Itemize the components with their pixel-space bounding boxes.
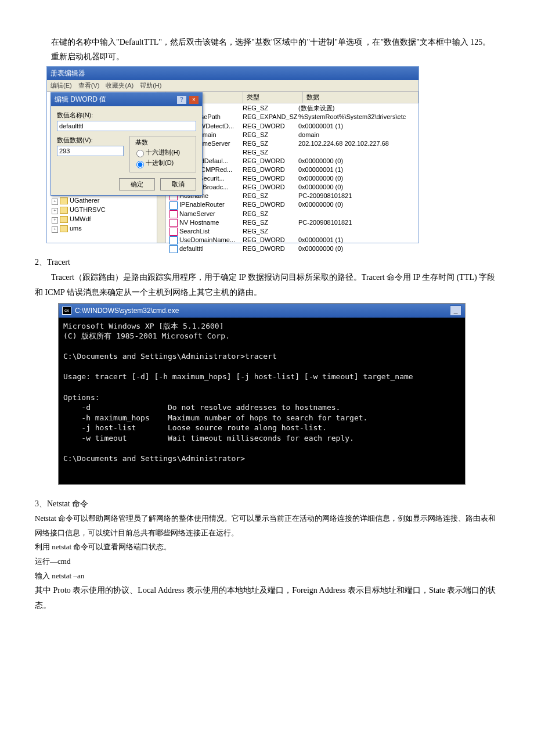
- radio-dec[interactable]: [136, 161, 144, 168]
- list-row[interactable]: HostnameREG_SZPC-200908101821: [166, 192, 418, 200]
- section-3-title: 3、Netstat 命令: [35, 499, 499, 509]
- cmd-titlebar: cx C:\WINDOWS\system32\cmd.exe _: [59, 304, 465, 318]
- close-icon[interactable]: ×: [189, 96, 199, 104]
- value-data-input[interactable]: [57, 146, 124, 156]
- expand-icon[interactable]: +: [52, 226, 58, 233]
- cmd-window: cx C:\WINDOWS\system32\cmd.exe _ Microso…: [58, 303, 466, 485]
- value-icon: [169, 245, 178, 253]
- list-row[interactable]: DeadGWDetectD...REG_DWORD0x00000001 (1): [166, 122, 418, 131]
- value-name-label: 数值名称(N):: [57, 111, 196, 120]
- list-row[interactable]: DataBasePathREG_EXPAND_SZ%SystemRoot%\Sy…: [166, 113, 418, 121]
- registry-editor-window: 册表编辑器 编辑(E) 查看(V) 收藏夹(A) 帮助(H) +sysaudio…: [46, 66, 419, 243]
- folder-icon: [60, 225, 68, 232]
- list-row[interactable]: IPEnableRouterREG_DWORD0x00000000 (0): [166, 200, 418, 209]
- paragraph-2: 重新启动机器即可。: [35, 49, 499, 64]
- folder-icon: [60, 207, 68, 214]
- dialog-title: 编辑 DWORD 值: [55, 95, 106, 105]
- edit-dword-dialog: 编辑 DWORD 值 ? × 数值名称(N): 数值数据(V): 基数: [50, 92, 203, 195]
- radio-hex[interactable]: [136, 150, 144, 157]
- cmd-icon: cx: [62, 307, 71, 315]
- list-row[interactable]: defaultttlREG_DWORD0x00000000 (0): [166, 244, 418, 253]
- list-row[interactable]: NV HostnameREG_SZPC-200908101821: [166, 218, 418, 227]
- base-fieldset: 基数 十六进制(H) 十进制(D): [129, 136, 196, 172]
- list-row[interactable]: DhcpDomainREG_SZdomain: [166, 131, 418, 139]
- list-row[interactable]: ForwardBroadc...REG_DWORD0x00000000 (0): [166, 183, 418, 192]
- value-data-label: 数值数据(V):: [57, 136, 124, 145]
- section-2-title: 2、Tracert: [35, 257, 499, 268]
- tree-item[interactable]: +UGatherer: [48, 196, 164, 206]
- menu-edit[interactable]: 编辑(E): [50, 82, 72, 89]
- help-icon[interactable]: ?: [177, 96, 186, 104]
- list-header[interactable]: 名称 类型 数据: [166, 92, 418, 103]
- list-row[interactable]: UseDomainName...REG_DWORD0x00000001 (1): [166, 236, 418, 244]
- list-row[interactable]: DhcpNameServerREG_SZ202.102.224.68 202.1…: [166, 139, 418, 148]
- tree-item[interactable]: +UMWdf: [48, 215, 164, 224]
- value-icon: [169, 236, 178, 244]
- value-name-input[interactable]: [57, 121, 196, 131]
- cmd-title-text: C:\WINDOWS\system32\cmd.exe: [75, 307, 179, 315]
- sec3-l1: Netstat 命令可以帮助网络管理员了解网络的整体使用情况。它可以显示当前正在…: [35, 512, 499, 540]
- expand-icon[interactable]: +: [52, 199, 58, 205]
- list-row[interactable]: DontAddDefaul...REG_DWORD0x00000000 (0): [166, 157, 418, 165]
- menu-help[interactable]: 帮助(H): [140, 82, 161, 89]
- list-row[interactable]: DomainREG_SZ: [166, 148, 418, 157]
- paragraph-1: 在键的名称中输入"DefaultTTL"，然后双击该键名，选择"基数"区域中的"…: [35, 35, 499, 49]
- value-icon: [169, 219, 178, 227]
- value-icon: [169, 201, 178, 210]
- menu-fav[interactable]: 收藏夹(A): [106, 82, 134, 89]
- cancel-button[interactable]: 取消: [160, 178, 196, 190]
- base-legend: 基数: [134, 138, 150, 147]
- sec3-l3: 运行—cmd: [35, 555, 499, 569]
- list-row[interactable]: EnableICMPRed...REG_DWORD0x00000001 (1): [166, 165, 418, 174]
- ok-button[interactable]: 确定: [119, 178, 155, 190]
- folder-icon: [60, 197, 68, 204]
- value-icon: [169, 210, 178, 218]
- expand-icon[interactable]: +: [52, 217, 58, 224]
- value-icon: [169, 228, 178, 236]
- col-type[interactable]: 类型: [243, 92, 303, 103]
- list-row[interactable]: EnableSecurit...REG_DWORD0x00000000 (0): [166, 174, 418, 183]
- section-2-body: Tracert（跟踪路由）是路由跟踪实用程序，用于确定 IP 数据报访问目标所采…: [35, 270, 499, 299]
- regedit-menubar[interactable]: 编辑(E) 查看(V) 收藏夹(A) 帮助(H): [47, 80, 418, 92]
- sec3-l4: 输入 netstat –an: [35, 569, 499, 584]
- expand-icon[interactable]: +: [52, 208, 58, 214]
- folder-icon: [60, 216, 68, 223]
- regedit-list-pane: 名称 类型 数据 (默认)REG_SZ(数值未设置)DataBasePathRE…: [166, 92, 418, 243]
- list-row[interactable]: SearchListREG_SZ: [166, 227, 418, 236]
- list-row[interactable]: (默认)REG_SZ(数值未设置): [166, 104, 418, 113]
- list-rows[interactable]: (默认)REG_SZ(数值未设置)DataBasePathREG_EXPAND_…: [166, 103, 418, 254]
- tree-item[interactable]: +UGTHRSVC: [48, 206, 164, 215]
- tree-item[interactable]: +ums: [48, 224, 164, 233]
- radio-hex-label: 十六进制(H): [146, 149, 180, 156]
- cmd-output: Microsoft Windows XP [版本 5.1.2600] (C) 版…: [59, 318, 465, 484]
- radio-dec-label: 十进制(D): [146, 159, 174, 166]
- minimize-icon[interactable]: _: [450, 305, 461, 316]
- sec3-l2: 利用 netstat 命令可以查看网络端口状态。: [35, 540, 499, 555]
- regedit-title: 册表编辑器: [47, 67, 418, 80]
- menu-view[interactable]: 查看(V): [78, 82, 100, 89]
- col-data[interactable]: 数据: [303, 92, 418, 103]
- list-row[interactable]: NameServerREG_SZ: [166, 210, 418, 218]
- sec3-l5: 其中 Proto 表示使用的协议、Local Address 表示使用的本地地址…: [35, 583, 499, 612]
